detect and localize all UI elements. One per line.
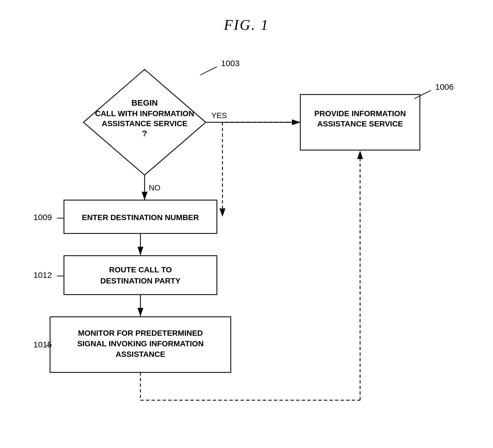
route-call-text2: DESTINATION PARTY (100, 277, 181, 285)
ref-label-1009: 1009 (33, 213, 52, 222)
enter-dest-text: ENTER DESTINATION NUMBER (82, 213, 199, 222)
yes-label: YES (211, 111, 227, 120)
monitor-text1: MONITOR FOR PREDETERMINED (78, 329, 203, 337)
route-call-box (64, 256, 217, 295)
provide-info-text-line1: PROVIDE INFORMATION (314, 109, 406, 118)
ref-label-1003: 1003 (221, 59, 240, 68)
ref-label-1012: 1012 (33, 270, 52, 280)
decision-text-line1: BEGIN (131, 98, 158, 107)
provide-info-text-line2: ASSISTANCE SERVICE (317, 120, 403, 128)
decision-text-line4: ? (142, 129, 147, 138)
no-label: NO (149, 183, 160, 192)
spacer (222, 122, 300, 217)
decision-text-line2: CALL WITH INFORMATION (95, 109, 194, 118)
ref-line-1003 (200, 67, 217, 75)
monitor-text2: SIGNAL INVOKING INFORMATION (77, 339, 204, 348)
route-call-text1: ROUTE CALL TO (109, 265, 172, 274)
ref-label-1015: 1015 (33, 340, 52, 349)
flowchart-diagram: BEGIN CALL WITH INFORMATION ASSISTANCE S… (28, 44, 462, 439)
page-title: FIG. 1 (224, 17, 269, 33)
ref-label-1006: 1006 (435, 82, 454, 91)
monitor-text3: ASSISTANCE (116, 350, 165, 359)
decision-text-line3: ASSISTANCE SERVICE (102, 119, 188, 128)
